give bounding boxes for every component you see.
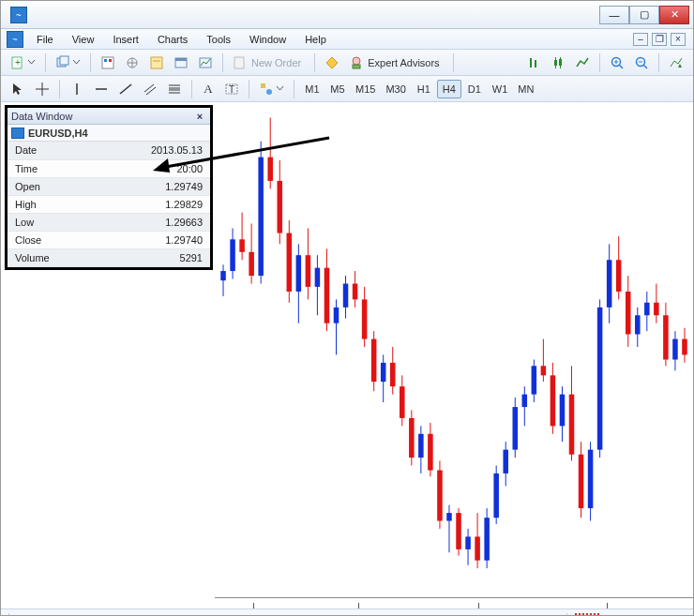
svg-point-48 <box>266 89 272 95</box>
svg-rect-110 <box>493 473 499 518</box>
strategy-tester-icon <box>198 55 213 70</box>
arrows-button[interactable] <box>255 79 288 99</box>
new-chart-button[interactable]: + <box>7 53 39 73</box>
data-window-symbol: EURUSD,H4 <box>28 128 88 139</box>
new-order-icon <box>233 55 248 70</box>
svg-rect-150 <box>682 339 687 355</box>
equidistant-channel-button[interactable] <box>139 79 161 99</box>
timeframe-w1-button[interactable]: W1 <box>488 80 513 98</box>
data-window-button[interactable] <box>145 53 168 73</box>
window-close-button[interactable]: ✕ <box>659 6 689 24</box>
svg-line-38 <box>120 84 131 94</box>
svg-rect-56 <box>239 239 245 251</box>
line-chart-button[interactable] <box>571 53 594 73</box>
crosshair-icon <box>35 82 50 97</box>
text-button[interactable]: A <box>198 79 219 99</box>
status-bar: No connection <box>1 608 693 616</box>
data-window-key: Date <box>8 142 94 159</box>
svg-rect-66 <box>287 233 293 292</box>
trendline-icon <box>118 82 133 97</box>
data-window-icon <box>149 55 164 70</box>
auto-scroll-button[interactable] <box>665 53 687 73</box>
trendline-button[interactable] <box>114 79 137 99</box>
zoom-in-icon <box>610 55 625 70</box>
crosshair-button[interactable] <box>31 79 53 99</box>
candlestick-icon <box>551 55 566 70</box>
new-order-label: New Order <box>248 57 305 68</box>
data-window-title: Data Window <box>11 111 72 122</box>
mdi-controls: – ❐ × <box>633 33 686 46</box>
new-order-button[interactable]: New Order <box>229 53 309 73</box>
fibonacci-button[interactable] <box>163 79 186 99</box>
svg-rect-58 <box>249 252 254 276</box>
svg-rect-84 <box>371 339 377 383</box>
chevron-down-icon <box>276 84 284 93</box>
svg-marker-33 <box>13 83 22 95</box>
svg-rect-47 <box>261 83 265 88</box>
svg-rect-13 <box>175 58 187 61</box>
menu-view[interactable]: View <box>63 32 104 47</box>
svg-rect-80 <box>353 284 358 300</box>
timeframe-m1-button[interactable]: M1 <box>300 80 324 98</box>
auto-scroll-icon <box>669 55 684 70</box>
navigator-icon <box>125 55 140 70</box>
timeframe-m30-button[interactable]: M30 <box>381 80 410 98</box>
content-area: Data Window × EURUSD,H4 Date2013.05.13Ti… <box>1 102 693 608</box>
menu-tools[interactable]: Tools <box>197 32 240 47</box>
market-watch-button[interactable] <box>97 53 119 73</box>
cursor-button[interactable] <box>7 79 29 99</box>
timeframe-m15-button[interactable]: M15 <box>351 80 380 98</box>
svg-line-39 <box>144 84 154 92</box>
svg-rect-94 <box>418 434 424 458</box>
text-label-button[interactable]: T <box>220 79 243 99</box>
svg-marker-32 <box>678 64 682 68</box>
metaeditor-button[interactable] <box>321 53 343 73</box>
expert-advisors-button[interactable]: Expert Advisors <box>345 53 446 73</box>
window-maximize-button[interactable]: ▢ <box>629 6 659 24</box>
timeframe-m5-button[interactable]: M5 <box>325 80 350 98</box>
chart-time-axis <box>215 597 693 608</box>
svg-rect-146 <box>663 315 669 359</box>
navigator-button[interactable] <box>121 53 143 73</box>
data-window-close-button[interactable]: × <box>193 111 206 122</box>
menu-window[interactable]: Window <box>240 32 295 47</box>
horizontal-line-button[interactable] <box>90 79 113 99</box>
timeframe-d1-button[interactable]: D1 <box>462 80 487 98</box>
mdi-restore-button[interactable]: ❐ <box>652 33 667 46</box>
data-window-row: High1.29829 <box>8 195 210 213</box>
data-window-key: Volume <box>8 248 94 266</box>
svg-rect-102 <box>456 513 461 549</box>
svg-rect-72 <box>315 268 321 287</box>
terminal-button[interactable] <box>170 53 192 73</box>
svg-rect-114 <box>512 407 518 450</box>
profiles-button[interactable] <box>52 53 84 73</box>
bar-chart-button[interactable] <box>522 53 545 73</box>
menu-help[interactable]: Help <box>295 32 336 47</box>
svg-marker-16 <box>326 57 338 68</box>
window-minimize-button[interactable]: — <box>599 6 629 24</box>
profiles-icon <box>55 55 70 70</box>
svg-rect-128 <box>579 455 584 508</box>
svg-text:+: + <box>15 57 21 68</box>
menu-charts[interactable]: Charts <box>148 32 197 47</box>
menu-insert[interactable]: Insert <box>103 32 148 47</box>
data-window-row: Low1.29663 <box>8 213 210 231</box>
svg-rect-138 <box>626 292 631 335</box>
menu-file[interactable]: File <box>27 32 63 47</box>
svg-rect-64 <box>277 181 282 233</box>
svg-rect-122 <box>551 375 556 426</box>
zoom-in-button[interactable] <box>606 53 628 73</box>
mdi-close-button[interactable]: × <box>671 33 686 46</box>
mdi-minimize-button[interactable]: – <box>633 33 648 46</box>
timeframe-mn-button[interactable]: MN <box>513 80 538 98</box>
candlestick-button[interactable] <box>547 53 569 73</box>
strategy-tester-button[interactable] <box>194 53 217 73</box>
expert-advisors-label: Expert Advisors <box>364 57 443 68</box>
vertical-line-button[interactable] <box>66 79 88 99</box>
timeframe-h1-button[interactable]: H1 <box>412 80 436 98</box>
zoom-out-button[interactable] <box>630 53 653 73</box>
svg-rect-112 <box>503 450 508 473</box>
svg-rect-68 <box>296 255 302 292</box>
svg-rect-140 <box>635 315 641 334</box>
timeframe-h4-button[interactable]: H4 <box>437 80 461 98</box>
